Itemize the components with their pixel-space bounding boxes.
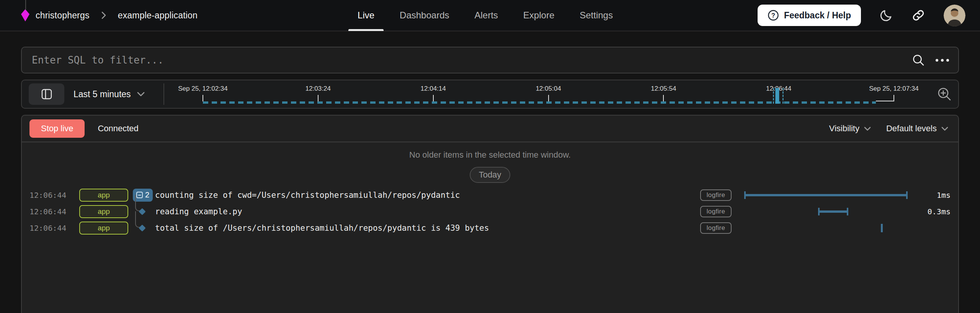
tree-elbow	[135, 195, 141, 211]
duration-bar	[818, 208, 849, 215]
tab-explore[interactable]: Explore	[523, 0, 554, 31]
chevron-down-icon	[864, 127, 871, 131]
log-message: reading example.py	[155, 207, 700, 216]
time-range-controls: Last 5 minutes	[22, 83, 163, 105]
scope-tag: logfire	[700, 189, 732, 201]
default-levels-dropdown[interactable]: Default levels	[886, 124, 948, 134]
chevron-right-icon	[101, 11, 106, 20]
tab-live[interactable]: Live	[358, 0, 374, 31]
live-panel: Stop live Connected Visibility Default l…	[21, 115, 959, 313]
page-body: Last 5 minutes Sep 25, 12:02:34 12:03:24…	[0, 31, 980, 313]
log-feed: No older items in the selected time wind…	[22, 142, 958, 313]
link-icon	[911, 8, 925, 22]
logfire-app: christophergs example-application Live D…	[0, 0, 980, 313]
tree-gutter	[128, 220, 150, 236]
time-range-dropdown[interactable]: Last 5 minutes	[74, 89, 145, 99]
visibility-dropdown[interactable]: Visibility	[829, 124, 871, 134]
avatar[interactable]	[944, 5, 965, 26]
service-badge: app	[79, 189, 128, 202]
svg-text:?: ?	[771, 12, 775, 19]
breadcrumb: christophergs example-application	[21, 9, 198, 21]
sidebar-toggle-button[interactable]	[29, 83, 64, 105]
log-row[interactable]: 12:06:44 app 2 counting size of cwd=/Use…	[29, 187, 951, 203]
sql-filter-box	[21, 47, 959, 73]
timeline[interactable]: Sep 25, 12:02:34 12:03:24 12:04:14 12:05…	[164, 80, 958, 108]
tab-dashboards[interactable]: Dashboards	[400, 0, 449, 31]
top-nav: christophergs example-application Live D…	[0, 0, 980, 31]
log-message: counting size of cwd=/Users/christophers…	[155, 191, 700, 200]
duration-track	[737, 187, 917, 203]
nav-actions: ? Feedback / Help	[758, 5, 965, 26]
theme-toggle-button[interactable]	[879, 8, 893, 22]
logfire-logo-icon[interactable]	[21, 9, 29, 21]
feedback-help-button[interactable]: ? Feedback / Help	[758, 5, 861, 26]
children-count: 2	[145, 191, 149, 199]
moon-icon	[879, 8, 893, 22]
breadcrumb-project[interactable]: example-application	[118, 10, 198, 21]
service-badge: app	[79, 222, 128, 235]
sql-filter-actions	[912, 54, 950, 67]
zoom-in-button[interactable]	[937, 86, 952, 102]
breadcrumb-org[interactable]: christophergs	[36, 10, 90, 21]
duration-track	[737, 203, 917, 220]
share-link-button[interactable]	[911, 8, 925, 22]
chevron-down-icon	[137, 92, 145, 96]
chevron-down-icon	[941, 127, 948, 131]
time-range-label: Last 5 minutes	[74, 89, 131, 99]
tab-settings[interactable]: Settings	[580, 0, 613, 31]
time-range-bar: Last 5 minutes Sep 25, 12:02:34 12:03:24…	[21, 80, 959, 109]
default-levels-label: Default levels	[886, 124, 937, 134]
today-button[interactable]: Today	[470, 167, 511, 183]
empty-window-message: No older items in the selected time wind…	[29, 148, 951, 160]
log-time: 12:06:44	[29, 191, 79, 200]
scope-tag: logfire	[700, 206, 732, 217]
search-icon[interactable]	[912, 54, 925, 67]
stop-live-button[interactable]: Stop live	[29, 119, 85, 138]
log-row[interactable]: 12:06:44 app reading example.py logfire …	[29, 203, 951, 220]
connection-status: Connected	[98, 124, 138, 134]
log-time: 12:06:44	[29, 223, 79, 233]
tree-elbow	[135, 211, 141, 228]
zoom-in-icon	[937, 86, 952, 102]
scope-tag: logfire	[700, 222, 732, 234]
sidebar-panel-icon	[41, 89, 52, 99]
duration-label: 1ms	[917, 191, 951, 200]
log-message: total size of /Users/christophersamiulla…	[155, 223, 700, 233]
duration-bar	[744, 191, 908, 199]
nav-tabs: Live Dashboards Alerts Explore Settings	[358, 0, 613, 31]
question-circle-icon: ?	[768, 10, 779, 21]
live-controls-bar: Stop live Connected Visibility Default l…	[22, 116, 958, 142]
tab-alerts[interactable]: Alerts	[475, 0, 498, 31]
sql-filter-input[interactable]	[32, 54, 912, 66]
visibility-label: Visibility	[829, 124, 859, 134]
duration-track	[737, 220, 917, 236]
timeline-ticks: Sep 25, 12:02:34 12:03:24 12:04:14 12:05…	[203, 80, 894, 108]
log-row[interactable]: 12:06:44 app total size of /Users/christ…	[29, 220, 951, 236]
feedback-help-label: Feedback / Help	[784, 10, 851, 21]
log-rows: 12:06:44 app 2 counting size of cwd=/Use…	[29, 187, 951, 236]
logo-string	[25, 0, 26, 10]
log-time: 12:06:44	[29, 207, 79, 216]
live-bar-actions: Visibility Default levels	[829, 124, 948, 134]
duration-bar	[881, 224, 883, 232]
duration-label: 0.3ms	[917, 207, 951, 216]
more-options-icon[interactable]	[935, 57, 950, 64]
service-badge: app	[79, 205, 128, 218]
timeline-activity-spike[interactable]	[773, 88, 784, 104]
